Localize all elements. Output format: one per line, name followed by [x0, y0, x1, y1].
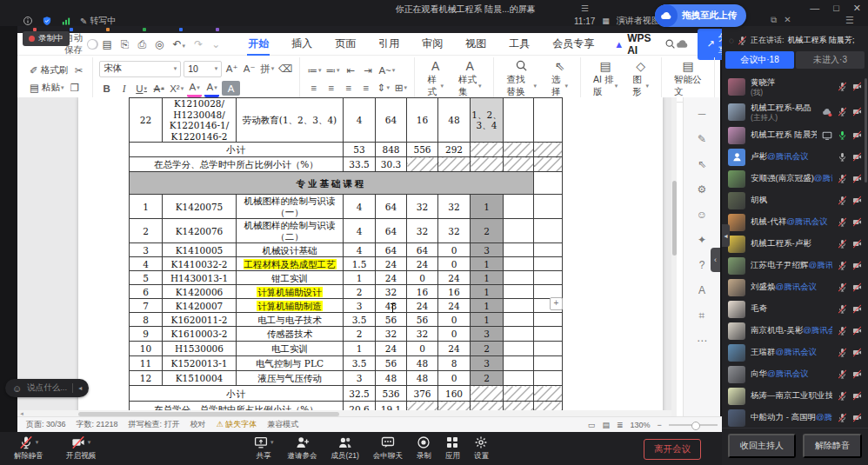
side-tool-icon[interactable]: A	[698, 284, 705, 296]
select-tool-button[interactable]: ⇖选择▾	[545, 60, 574, 98]
copy-button[interactable]: ❐	[67, 80, 82, 95]
participant-row[interactable]: 胡枫	[722, 189, 868, 211]
styles-button[interactable]: A样式▾	[421, 60, 450, 98]
side-tool-icon[interactable]: ⌗	[699, 309, 705, 322]
decrease-font-button[interactable]: A⁻	[242, 62, 257, 76]
format-painter-button[interactable]: ✐格式刷	[29, 63, 69, 77]
view-web-icon[interactable]: ≣	[617, 421, 624, 429]
redo-icon[interactable]: ↷	[194, 38, 203, 50]
side-tool-icon[interactable]: ⚙	[698, 183, 707, 196]
side-tool-icon[interactable]: ✎	[698, 133, 706, 145]
mic-muted-icon[interactable]	[838, 391, 847, 401]
font-name-select[interactable]: 宋体▾	[99, 61, 181, 77]
borders-button[interactable]: ⊞▾	[393, 80, 408, 95]
participant-platform-link[interactable]: @腾讯会议	[776, 282, 818, 291]
side-tool-icon[interactable]: ☺	[697, 209, 707, 221]
participant-row[interactable]: 机械工程系 陆晨芳	[722, 124, 868, 146]
strikethrough-button[interactable]: A▾	[151, 81, 166, 96]
mic-muted-icon[interactable]	[838, 369, 847, 379]
camera-off-icon[interactable]	[852, 413, 862, 422]
participant-row[interactable]: 卢彬@腾讯会议	[722, 146, 868, 168]
close-button[interactable]: ✕	[853, 3, 861, 14]
participant-platform-link[interactable]: @腾讯会议	[814, 173, 832, 183]
camera-off-icon[interactable]	[852, 304, 862, 314]
ai-layout-button[interactable]: ▤AI 排版▾	[587, 60, 624, 98]
camera-off-icon[interactable]	[852, 196, 862, 205]
participant-platform-link[interactable]: @腾讯会议	[776, 347, 818, 356]
participant-row[interactable]: 江苏电子尹绍辉@腾讯会议	[722, 255, 868, 276]
increase-font-button[interactable]: A⁺	[224, 62, 239, 76]
participant-platform-link[interactable]: @腾讯会议	[809, 260, 833, 269]
tab-视图[interactable]: 视图	[454, 34, 497, 54]
record-button[interactable]: 录制	[417, 435, 431, 462]
panel-close-icon[interactable]: ✕	[784, 15, 791, 25]
side-tool-icon[interactable]: ─	[698, 108, 706, 120]
cloud-upload-icon[interactable]	[676, 37, 689, 50]
invite-button[interactable]: 邀请参会	[288, 435, 317, 462]
mic-muted-icon[interactable]	[838, 348, 847, 357]
mic-icon[interactable]	[838, 130, 847, 140]
decrease-indent-button[interactable]: ⇤	[343, 63, 357, 77]
participant-platform-link[interactable]: @腾讯会议	[767, 151, 809, 161]
smart-doc-button[interactable]: ▤智能公文	[668, 60, 708, 98]
participant-row[interactable]: 机械-代祥@腾讯会议	[722, 211, 868, 233]
tab-开始[interactable]: 开始	[237, 34, 280, 54]
unmute-button[interactable]: ▾解除静音	[14, 435, 43, 462]
numbered-list-button[interactable]: ≕▾	[324, 63, 340, 77]
document-page[interactable]: 22K1210028/H1230048/K1220146-1/K1220146-…	[78, 97, 663, 417]
start-video-button[interactable]: ▾开启视频	[66, 435, 96, 462]
save-icon[interactable]: ▤	[103, 38, 112, 50]
superscript-button[interactable]: X²▾	[169, 81, 184, 96]
tab-in-meeting[interactable]: 会议中·18	[725, 51, 794, 69]
side-tool-icon[interactable]: ✦	[698, 234, 706, 246]
zoom-out-button[interactable]: −	[657, 421, 661, 429]
emoji-icon[interactable]: ☺	[12, 383, 22, 394]
table-insert-plus-button[interactable]: +	[550, 297, 563, 310]
align-left-button[interactable]: ≡	[306, 80, 321, 95]
tab-插入[interactable]: 插入	[280, 34, 324, 54]
camera-off-icon[interactable]	[852, 369, 862, 379]
maximize-button[interactable]: □	[833, 3, 839, 14]
info-icon[interactable]	[23, 16, 33, 26]
shapes-button[interactable]: ◇图形▾	[626, 60, 655, 98]
line-spacing-button[interactable]: ⇕▾	[376, 80, 391, 95]
side-tool-icon[interactable]: ⇖	[698, 158, 706, 170]
align-center-button[interactable]: ≡	[324, 80, 338, 95]
mic-muted-icon[interactable]	[838, 326, 847, 335]
chat-button[interactable]: 会中聊天	[373, 435, 403, 462]
camera-off-icon[interactable]	[852, 82, 862, 91]
participant-platform-link[interactable]: @腾讯会议	[786, 216, 828, 226]
camera-off-icon[interactable]	[852, 326, 862, 335]
mic-muted-icon[interactable]	[838, 82, 847, 91]
print-icon[interactable]: ⎙	[137, 38, 146, 50]
security-shield-icon[interactable]	[42, 16, 52, 26]
tab-not-joined[interactable]: 未进入·3	[796, 51, 865, 69]
style-set-button[interactable]: A样式集▾	[452, 60, 487, 98]
transcribe-indicator[interactable]: ✎转写中	[80, 15, 116, 27]
camera-off-icon[interactable]	[852, 152, 862, 162]
share-screen-button[interactable]: ▾共享	[254, 435, 274, 462]
tab-审阅[interactable]: 审阅	[411, 34, 454, 54]
sidebar-menu-icon[interactable]: ☰	[845, 15, 854, 26]
justify-button[interactable]: ≡	[358, 80, 373, 95]
export-icon[interactable]: ⎘	[121, 38, 130, 50]
participant-row[interactable]: 王瑞群@腾讯会议	[722, 342, 868, 363]
mic-muted-icon[interactable]	[838, 217, 847, 227]
mic-muted-icon[interactable]	[838, 304, 847, 314]
word-count[interactable]: 字数: 21218	[77, 419, 118, 430]
autosave-toggle[interactable]: 自动保存	[64, 32, 98, 56]
camera-off-icon[interactable]	[852, 174, 862, 183]
preview-icon[interactable]: ◎	[155, 38, 164, 50]
side-tool-icon[interactable]: ⋯	[697, 335, 707, 347]
missing-font-warning[interactable]: ⚠ 缺失字体	[217, 419, 257, 430]
italic-button[interactable]: I	[117, 81, 131, 96]
mic-icon[interactable]	[838, 152, 847, 162]
bullet-list-button[interactable]: ≔▾	[306, 63, 322, 77]
mic-muted-icon[interactable]	[838, 282, 847, 292]
camera-off-icon[interactable]	[852, 261, 862, 270]
watching-menu-icon[interactable]: ☰	[581, 3, 589, 13]
sidebar-collapse-icon[interactable]: ◂	[722, 224, 730, 247]
search-icon[interactable]	[664, 38, 676, 50]
cut-button[interactable]: ✂	[71, 63, 86, 77]
participant-row[interactable]: 黄晓萍(我)	[722, 74, 868, 99]
